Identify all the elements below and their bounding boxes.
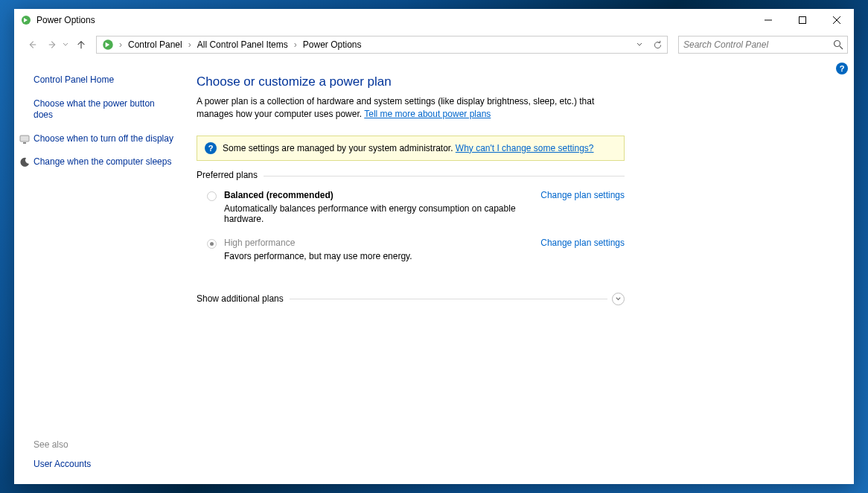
forward-button[interactable]: [44, 36, 62, 54]
power-options-icon: [20, 14, 32, 26]
monitor-icon: [19, 133, 31, 145]
maximize-button[interactable]: [785, 9, 820, 31]
address-bar[interactable]: › Control Panel › All Control Panel Item…: [96, 36, 668, 54]
minimize-button[interactable]: [751, 9, 785, 31]
address-dropdown[interactable]: [631, 36, 648, 53]
plan-name: Balanced (recommended): [224, 190, 526, 200]
change-plan-settings-link[interactable]: Change plan settings: [540, 190, 625, 200]
sidebar-sleep-link[interactable]: Change when the computer sleeps: [33, 156, 174, 168]
chevron-right-icon: ›: [293, 39, 299, 50]
info-icon: ?: [205, 142, 217, 154]
search-icon[interactable]: [832, 39, 844, 51]
plan-high-performance: High performance Favors performance, but…: [207, 238, 625, 261]
learn-more-link[interactable]: Tell me more about power plans: [364, 109, 491, 119]
up-button[interactable]: [72, 36, 90, 54]
chevron-down-icon[interactable]: [612, 293, 625, 305]
plan-high-performance-radio[interactable]: [207, 239, 217, 249]
warning-text: Some settings are managed by your system…: [223, 143, 594, 153]
svg-rect-2: [800, 17, 806, 24]
plan-balanced-radio[interactable]: [207, 191, 217, 201]
sidebar-display-off-link[interactable]: Choose when to turn off the display: [33, 133, 174, 145]
moon-icon: [19, 156, 31, 168]
window-title: Power Options: [36, 15, 751, 25]
sidebar: Control Panel Home Choose what the power…: [14, 58, 182, 484]
location-icon: [101, 38, 115, 51]
help-icon[interactable]: ?: [836, 63, 848, 74]
navbar: › Control Panel › All Control Panel Item…: [14, 31, 854, 58]
sidebar-home-link[interactable]: Control Panel Home: [33, 74, 174, 86]
see-also-heading: See also: [33, 439, 174, 450]
svg-rect-12: [23, 142, 26, 144]
change-plan-settings-link[interactable]: Change plan settings: [540, 238, 625, 248]
svg-point-9: [835, 41, 840, 47]
svg-line-10: [840, 46, 843, 49]
plan-description: Favors performance, but may use more ene…: [224, 251, 526, 261]
sidebar-power-button-link[interactable]: Choose what the power button does: [33, 98, 174, 121]
crumb-control-panel[interactable]: Control Panel: [124, 36, 187, 53]
back-button[interactable]: [23, 36, 41, 54]
search-box[interactable]: [678, 36, 848, 54]
admin-warning: ? Some settings are managed by your syst…: [197, 136, 625, 161]
additional-plans-label: Show additional plans: [197, 293, 290, 304]
sidebar-user-accounts-link[interactable]: User Accounts: [33, 459, 174, 471]
plan-name: High performance: [224, 238, 526, 248]
page-title: Choose or customize a power plan: [197, 74, 824, 89]
svg-rect-11: [20, 136, 29, 141]
preferred-plans-group: Preferred plans Balanced (recommended) A…: [197, 176, 625, 282]
titlebar: Power Options: [14, 9, 854, 31]
sidebar-item-label: Change when the computer sleeps: [33, 156, 171, 167]
search-input[interactable]: [682, 39, 832, 51]
crumb-all-items[interactable]: All Control Panel Items: [193, 36, 293, 53]
content: ? Control Panel Home Choose what the pow…: [14, 58, 854, 484]
crumb-power-options[interactable]: Power Options: [299, 36, 366, 53]
why-cant-change-link[interactable]: Why can't I change some settings?: [456, 143, 594, 153]
chevron-right-icon: ›: [187, 39, 193, 50]
additional-plans-toggle[interactable]: Show additional plans: [197, 293, 625, 305]
plan-balanced: Balanced (recommended) Automatically bal…: [207, 190, 625, 224]
sidebar-item-label: Choose when to turn off the display: [33, 133, 173, 144]
power-options-window: Power Options: [14, 9, 854, 484]
main-panel: Choose or customize a power plan A power…: [182, 58, 854, 484]
window-controls: [751, 9, 854, 31]
plan-description: Automatically balances performance with …: [224, 203, 526, 224]
chevron-right-icon: ›: [118, 39, 124, 50]
breadcrumb: Control Panel › All Control Panel Items …: [124, 36, 631, 53]
history-dropdown[interactable]: [62, 36, 69, 54]
refresh-button[interactable]: [649, 36, 666, 53]
close-button[interactable]: [820, 9, 854, 31]
page-description: A power plan is a collection of hardware…: [197, 95, 599, 121]
preferred-plans-label: Preferred plans: [197, 170, 264, 180]
